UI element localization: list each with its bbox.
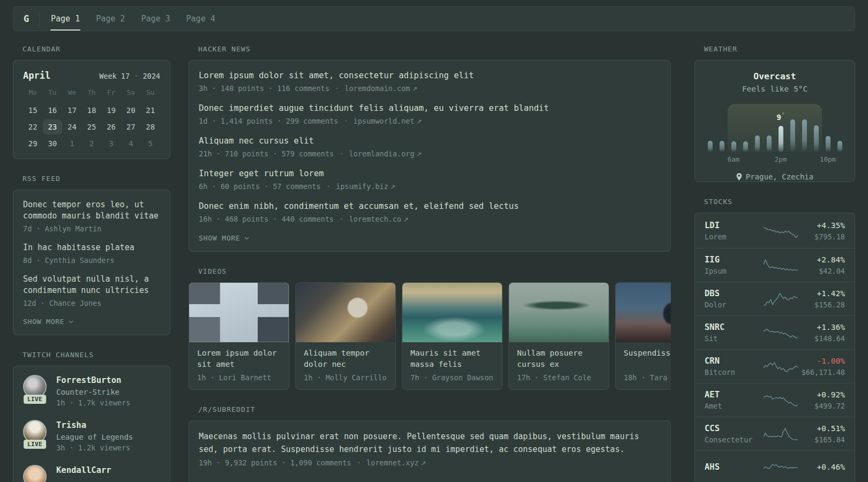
- external-link-icon: ↗: [416, 118, 422, 125]
- feed-item-source-link[interactable]: loremtech.co↗: [349, 215, 409, 223]
- feed-item-source-link[interactable]: ipsumify.biz↗: [336, 182, 396, 191]
- feed-item-source-link[interactable]: ipsumworld.net↗: [354, 117, 422, 125]
- stock-price: $148.64: [798, 334, 845, 344]
- stock-sparkline: [764, 291, 798, 307]
- feed-item-title[interactable]: Sed volutpat nulla nisl, a condimentum n…: [23, 274, 160, 296]
- stock-row[interactable]: CCS Consectetur +0.51% $165.84: [695, 417, 855, 450]
- video-thumbnail: [296, 283, 395, 342]
- feed-item-meta: 7d · Ashlyn Martin: [23, 223, 160, 234]
- weather-bar: [837, 141, 842, 152]
- stock-sparkline: [764, 426, 798, 442]
- calendar-day: 3: [101, 136, 121, 151]
- stock-ticker: CCS: [705, 423, 764, 434]
- stock-change: +0.92%: [798, 389, 845, 400]
- stock-row[interactable]: AET Amet +0.92% $499.72: [695, 383, 855, 417]
- feed-item-domain: loremlandia.org: [349, 149, 414, 158]
- feed-item-title[interactable]: Lorem ipsum dolor sit amet, consectetur …: [199, 70, 661, 81]
- stock-row[interactable]: DBS Dolor +1.42% $156.28: [695, 282, 855, 315]
- twitch-channel-row[interactable]: LIVE Trisha League of Legends 3h · 1.2k …: [23, 420, 160, 453]
- twitch-channel-row[interactable]: LIVE KendallCarr: [23, 465, 160, 482]
- calendar-day: 21: [140, 103, 160, 118]
- nav-tab[interactable]: Page 4: [178, 7, 223, 31]
- channel-name: ForrestBurton: [56, 375, 130, 386]
- feed-item-domain: ipsumworld.net: [354, 117, 415, 125]
- app-logo[interactable]: G: [13, 7, 39, 31]
- stock-ticker: SNRC: [705, 322, 764, 333]
- feed-item: Sed volutpat nulla nisl, a condimentum n…: [23, 274, 160, 308]
- weather-feels-like: Feels like 5°C: [705, 85, 845, 93]
- chevron-down-icon: [244, 235, 250, 241]
- stock-values: +1.36% $148.64: [798, 322, 845, 344]
- nav-tab-label: Page 3: [141, 14, 170, 24]
- rss-show-more-button[interactable]: SHOW MORE: [23, 317, 74, 326]
- degree-icon: °: [781, 111, 785, 118]
- weather-chart: 9°: [708, 105, 842, 152]
- calendar-day: 28: [140, 119, 160, 134]
- hackernews-widget: HACKER NEWS Lorem ipsum dolor sit amet, …: [189, 46, 671, 252]
- feed-item-source-link[interactable]: loremlandia.org↗: [349, 149, 422, 158]
- nav-tab[interactable]: Page 2: [88, 7, 133, 31]
- twitch-channel-row[interactable]: LIVE ForrestBurton Counter-Strike 1h · 1…: [23, 375, 160, 408]
- feed-item: Donec tempor eros leo, ut commodo mauris…: [23, 199, 160, 234]
- weather-bar: [790, 119, 795, 152]
- video-card[interactable]: Mauris sit amet massa felis 7h · Grayson…: [402, 282, 503, 390]
- video-card[interactable]: Suspendisse diam 18h · Tara: [615, 282, 671, 390]
- stock-row[interactable]: SNRC Sit +1.36% $148.64: [695, 315, 855, 349]
- nav-tab[interactable]: Page 1: [43, 7, 88, 31]
- feed-item-title[interactable]: Donec tempor eros leo, ut commodo mauris…: [23, 199, 160, 222]
- rss-card: Donec tempor eros leo, ut commodo mauris…: [13, 190, 170, 335]
- calendar-day: 20: [121, 103, 141, 118]
- stock-id: AET Amet: [705, 389, 764, 411]
- calendar-day-header: Tu: [43, 87, 63, 98]
- stock-sparkline: [764, 325, 798, 341]
- subreddit-post-domain: loremnet.xyz: [366, 458, 419, 467]
- stock-change: -1.00%: [798, 356, 845, 366]
- column-left: CALENDAR April Week 17 · 2024 MoTuWeThFr…: [13, 46, 170, 482]
- calendar-card: April Week 17 · 2024 MoTuWeThFrSaSu15161…: [13, 60, 170, 159]
- feed-item-title[interactable]: Aliquam nec cursus elit: [199, 135, 661, 147]
- stock-id: CRN Bitcorn: [705, 356, 764, 378]
- calendar-day: 23: [43, 119, 63, 134]
- feed-item-title[interactable]: Donec imperdiet augue tincidunt felis al…: [199, 102, 661, 114]
- column-middle: HACKER NEWS Lorem ipsum dolor sit amet, …: [189, 46, 671, 482]
- channel-name: KendallCarr: [56, 465, 111, 476]
- calendar-day: 18: [82, 103, 102, 118]
- widget-header-weather: WEATHER: [704, 46, 855, 53]
- feed-item-title[interactable]: Donec enim nibh, condimentum et accumsan…: [199, 200, 661, 212]
- video-card[interactable]: Lorem ipsum dolor sit amet consectetu… 1…: [189, 282, 289, 390]
- feed-item-meta-text: 16h · 468 points · 440 comments: [199, 215, 334, 223]
- widget-header-videos: VIDEOS: [198, 268, 671, 275]
- video-meta: 1h · Lori Barnett: [197, 373, 281, 382]
- stock-row[interactable]: CRN Bitcorn -1.00% $66,171.48: [695, 349, 855, 383]
- calendar-day: 24: [62, 119, 82, 134]
- stock-row[interactable]: LDI Lorem +4.35% $795.18: [695, 214, 855, 248]
- feed-item-title[interactable]: In hac habitasse platea: [23, 242, 160, 253]
- subreddit-post-title[interactable]: Maecenas mollis pulvinar erat non posuer…: [199, 430, 661, 456]
- widget-header-hackernews: HACKER NEWS: [198, 46, 671, 53]
- stock-values: +0.51% $165.84: [798, 423, 845, 445]
- stock-row[interactable]: IIG Ipsum +2.84% $42.04: [695, 248, 855, 282]
- feed-item-meta: 8d · Cynthia Saunders: [23, 255, 160, 266]
- subreddit-post-source-link[interactable]: loremnet.xyz↗: [366, 458, 426, 467]
- stock-price: $165.84: [798, 435, 845, 445]
- hackernews-show-more-button[interactable]: SHOW MORE: [199, 233, 250, 243]
- weather-card: Overcast Feels like 5°C 9° 6am2pm10pm Pr…: [694, 60, 855, 182]
- video-card[interactable]: Aliquam tempor dolor nec pharetra… 1h · …: [295, 282, 396, 390]
- stock-row[interactable]: AHS +0.46%: [695, 450, 855, 482]
- video-card[interactable]: Nullam posuere cursus ex 17h · Stefan Co…: [508, 282, 609, 390]
- feed-item-title[interactable]: Integer eget rutrum lorem: [199, 168, 661, 179]
- column-right: WEATHER Overcast Feels like 5°C 9° 6am2p…: [694, 46, 855, 482]
- stock-ticker: CRN: [705, 356, 764, 366]
- video-body: Aliquam tempor dolor nec pharetra… 1h · …: [296, 342, 395, 389]
- feed-item-domain: loremdomain.com: [345, 84, 410, 93]
- weather-widget: WEATHER Overcast Feels like 5°C 9° 6am2p…: [694, 46, 855, 182]
- calendar-day-header: Sa: [121, 87, 141, 98]
- nav-tab[interactable]: Page 3: [133, 7, 178, 31]
- calendar-day: 16: [43, 103, 63, 118]
- video-title: Lorem ipsum dolor sit amet consectetu…: [197, 348, 281, 370]
- stock-change: +2.84%: [798, 254, 845, 265]
- calendar-grid: MoTuWeThFrSaSu15161718192021222324252627…: [23, 87, 160, 151]
- feed-item-source-link[interactable]: loremdomain.com↗: [345, 84, 417, 93]
- video-meta: 18h · Tara: [624, 373, 671, 382]
- feed-item-meta-text: 1d · 1,414 points · 299 comments: [199, 117, 338, 125]
